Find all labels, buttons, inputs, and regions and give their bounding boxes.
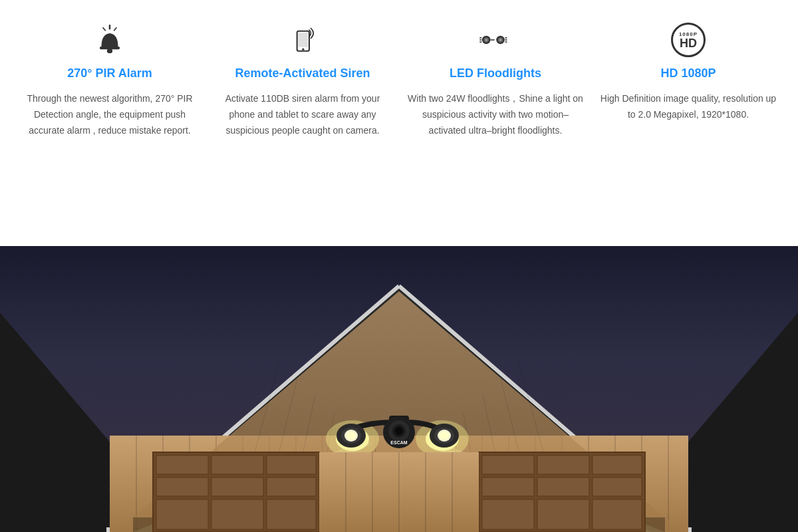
pir-alarm-icon <box>90 20 130 60</box>
svg-point-7 <box>302 49 304 51</box>
phone-icon <box>283 20 323 60</box>
remote-siren-title: Remote-Activated Siren <box>235 66 370 80</box>
svg-point-85 <box>395 427 403 435</box>
svg-rect-93 <box>211 477 263 496</box>
house-scene-svg: ESCAM <box>0 246 798 532</box>
svg-point-17 <box>499 39 502 41</box>
svg-rect-89 <box>156 456 208 474</box>
svg-rect-102 <box>482 477 534 496</box>
svg-rect-95 <box>156 499 208 529</box>
feature-hd-1080p: 1080P HD HD 1080P High Definition image … <box>598 20 778 123</box>
svg-rect-101 <box>593 456 642 474</box>
svg-point-4 <box>107 49 112 53</box>
svg-rect-92 <box>156 477 208 496</box>
led-floodlights-desc: With two 24W floodlights，Shine a light o… <box>406 91 585 138</box>
svg-line-2 <box>114 28 116 31</box>
svg-rect-103 <box>537 477 589 496</box>
house-section: ESCAM <box>0 246 798 532</box>
svg-point-77 <box>346 432 356 440</box>
remote-siren-desc: Activate 110DB siren alarm from your pho… <box>213 91 392 138</box>
svg-text:ESCAM: ESCAM <box>390 440 407 445</box>
feature-led-floodlights: LED Floodlights With two 24W floodlights… <box>406 20 585 138</box>
svg-rect-99 <box>482 456 534 474</box>
svg-rect-94 <box>267 477 316 496</box>
svg-line-1 <box>103 28 105 31</box>
svg-point-81 <box>440 432 449 440</box>
features-section: 270° PIR Alarm Through the newest algori… <box>0 0 798 246</box>
led-floodlights-icon <box>475 20 515 60</box>
hd-1080p-desc: High Definition image quality, resolutio… <box>598 91 778 123</box>
feature-remote-siren: Remote-Activated Siren Activate 110DB si… <box>213 20 392 138</box>
svg-rect-106 <box>537 499 589 529</box>
svg-rect-107 <box>593 499 642 529</box>
feature-pir-alarm: 270° PIR Alarm Through the newest algori… <box>20 20 200 138</box>
pir-alarm-title: 270° PIR Alarm <box>67 66 152 80</box>
hd-1080p-title: HD 1080P <box>660 66 716 80</box>
svg-rect-105 <box>482 499 534 529</box>
svg-rect-104 <box>593 477 642 496</box>
svg-point-10 <box>485 39 487 41</box>
hd-1080p-icon: 1080P HD <box>668 20 708 60</box>
svg-rect-6 <box>298 33 308 47</box>
pir-alarm-desc: Through the newest algorithm, 270° PIR D… <box>20 91 200 138</box>
led-floodlights-title: LED Floodlights <box>450 66 541 80</box>
svg-rect-100 <box>537 456 589 474</box>
svg-rect-97 <box>267 499 316 529</box>
svg-rect-96 <box>211 499 263 529</box>
svg-rect-91 <box>267 456 316 474</box>
svg-rect-90 <box>211 456 263 474</box>
hd-badge-main: HD <box>680 37 697 49</box>
